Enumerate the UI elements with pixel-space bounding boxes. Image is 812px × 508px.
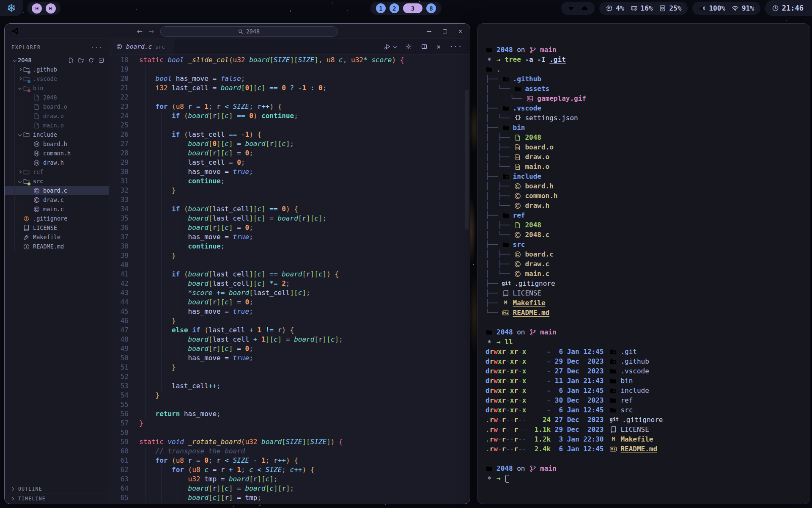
skip-previous-button[interactable] [32, 3, 42, 14]
ll-row[interactable]: .rw-r--r--2.4k6 Jan 12:45README.md [486, 444, 810, 454]
explorer-root-item[interactable]: 2048 [5, 55, 109, 65]
code-line-34[interactable]: 34 if (board[last_cell][c] == 0) { [109, 204, 470, 214]
minimize-button[interactable] [427, 31, 431, 32]
code-line-18[interactable]: 18static bool _slide_col(u32 board[SIZE]… [109, 55, 470, 65]
run-icon[interactable] [384, 43, 391, 50]
explorer-item-.gitignore[interactable]: .gitignore [5, 214, 109, 223]
command-center-search[interactable]: 2048 [160, 26, 337, 37]
chevron-down-icon[interactable] [11, 59, 18, 61]
code-line-23[interactable]: 23 for (u8 r = 1; r < SIZE; r++) { [109, 102, 470, 111]
code-line-24[interactable]: 24 if (board[r][c] == 0) continue; [109, 111, 470, 121]
tree-row[interactable]: └── README.md [486, 308, 810, 318]
chevron-right-icon[interactable] [16, 68, 23, 71]
audio-network-widget[interactable]: 100% 91% [692, 2, 760, 15]
explorer-item-bin[interactable]: bin [5, 83, 109, 93]
system-stats-widget[interactable]: 4% 16% 25% [599, 2, 688, 15]
code-line-28[interactable]: 28 board[r][c] = 0; [109, 149, 470, 158]
code-line-45[interactable]: 45 has_move = true; [109, 307, 470, 316]
explorer-item-README.md[interactable]: README.md [5, 242, 109, 251]
code-line-61[interactable]: 61 for (u8 r = 0; r < SIZE - 1; r++) { [109, 456, 470, 465]
ll-row[interactable]: .rw-r--r--1.2k3 Jan 22:30MMakefile [486, 434, 810, 444]
code-line-40[interactable]: 40 [109, 260, 470, 270]
code-line-59[interactable]: 59static void _rotate_board(u32 board[SI… [109, 437, 470, 447]
explorer-menu-button[interactable]: ··· [91, 44, 103, 55]
explorer-item-board.h[interactable]: board.h [5, 139, 109, 149]
split-editor-icon[interactable] [421, 43, 428, 50]
code-line-53[interactable]: 53 last_cell++; [109, 381, 470, 391]
explorer-item-board.o[interactable]: board.o [5, 102, 109, 111]
code-line-56[interactable]: 56 return has_move; [109, 409, 470, 419]
workspace-1[interactable]: 1 [376, 3, 386, 13]
chevron-right-icon[interactable] [16, 171, 23, 173]
code-line-22[interactable]: 22 [109, 93, 470, 102]
code-line-55[interactable]: 55 [109, 400, 470, 409]
timeline-panel[interactable]: TIMELINE [5, 494, 109, 503]
explorer-item-include[interactable]: include [5, 130, 109, 139]
code-line-35[interactable]: 35 board[last_cell][c] = board[r][c]; [109, 214, 470, 223]
chevron-down-icon[interactable] [16, 133, 23, 136]
code-line-63[interactable]: 63 u32 tmp = board[r][c]; [109, 475, 470, 484]
explorer-item-draw.h[interactable]: draw.h [5, 158, 109, 167]
code-line-52[interactable]: 52 [109, 372, 470, 381]
code-line-39[interactable]: 39 } [109, 251, 470, 260]
explorer-item-src[interactable]: src [5, 177, 109, 186]
maximize-button[interactable] [443, 29, 447, 33]
gear-icon[interactable] [405, 43, 412, 50]
skip-next-button[interactable] [46, 3, 56, 14]
code-area[interactable]: 18static bool _slide_col(u32 board[SIZE]… [109, 55, 470, 502]
code-line-51[interactable]: 51 } [109, 363, 470, 372]
refresh-icon[interactable] [88, 57, 94, 64]
code-line-38[interactable]: 38 continue; [109, 242, 470, 251]
new-folder-icon[interactable] [78, 57, 84, 64]
workspace-2[interactable]: 2 [390, 3, 399, 13]
code-line-57[interactable]: 57} [109, 419, 470, 428]
code-line-42[interactable]: 42 board[last_cell][c] *= 2; [109, 279, 470, 288]
code-line-62[interactable]: 62 for (u8 c = r + 1; c < SIZE; c++) { [109, 465, 470, 475]
explorer-item-main.o[interactable]: main.o [5, 121, 109, 130]
explorer-item-.github[interactable]: .github [5, 65, 109, 74]
code-line-58[interactable]: 58 [109, 428, 470, 437]
code-line-31[interactable]: 31 continue; [109, 177, 470, 186]
code-line-27[interactable]: 27 board[0][c] = board[r][c]; [109, 139, 470, 149]
close-editor-icon[interactable]: × [436, 43, 441, 51]
code-line-30[interactable]: 30 has_move = true; [109, 167, 470, 177]
code-line-64[interactable]: 64 board[r][c] = board[c][r]; [109, 484, 470, 493]
explorer-item-draw.c[interactable]: draw.c [5, 195, 109, 204]
workspace-8[interactable]: 8 [426, 3, 436, 13]
outline-panel[interactable]: OUTLINE [5, 484, 109, 494]
code-line-48[interactable]: 48 board[last_cell + 1][c] = board[r][c]… [109, 335, 470, 344]
code-line-54[interactable]: 54 } [109, 391, 470, 400]
explorer-item-common.h[interactable]: common.h [5, 149, 109, 158]
chevron-down-icon[interactable] [16, 87, 23, 89]
code-line-25[interactable]: 25 [109, 121, 470, 130]
code-line-26[interactable]: 26 if (last_cell == -1) { [109, 130, 470, 139]
code-line-21[interactable]: 21 i32 last_cell = board[0][c] == 0 ? -1… [109, 83, 470, 93]
explorer-item-board.c[interactable]: board.c [5, 186, 109, 195]
explorer-item-2048[interactable]: 2048 [5, 93, 109, 102]
code-line-44[interactable]: 44 board[r][c] = 0; [109, 298, 470, 307]
code-line-43[interactable]: 43 *score += board[last_cell][c]; [109, 288, 470, 298]
code-line-33[interactable]: 33 [109, 195, 470, 204]
more-actions-icon[interactable]: ··· [450, 43, 462, 50]
code-line-60[interactable]: 60 // transpose the board [109, 447, 470, 456]
run-dropdown-chevron-icon[interactable] [393, 45, 397, 48]
chevron-down-icon[interactable] [16, 180, 23, 182]
explorer-item-.vscode[interactable]: .vscode [5, 74, 109, 83]
code-line-49[interactable]: 49 board[r][c] = 0; [109, 344, 470, 353]
explorer-item-ref[interactable]: ref [5, 167, 109, 177]
explorer-item-LICENSE[interactable]: LICENSE [5, 223, 109, 232]
explorer-item-draw.o[interactable]: draw.o [5, 111, 109, 121]
collapse-all-icon[interactable] [98, 57, 104, 64]
code-line-36[interactable]: 36 board[r][c] = 0; [109, 223, 470, 232]
terminal-content[interactable]: 2048 on main❄→ tree -a -I .git.├── .gith… [477, 24, 810, 483]
terminal-command[interactable]: ❄→ [486, 473, 810, 483]
tree-row[interactable]: ├── MMakefile [486, 298, 810, 308]
new-file-icon[interactable] [68, 57, 74, 64]
code-line-65[interactable]: 65 board[c][r] = tmp; [109, 493, 470, 502]
history-back-button[interactable]: ← [137, 28, 143, 36]
history-forward-button[interactable]: → [148, 28, 154, 36]
code-line-46[interactable]: 46 } [109, 316, 470, 326]
code-line-29[interactable]: 29 last_cell = 0; [109, 158, 470, 167]
terminal-command[interactable]: ❄→ ll [486, 337, 810, 347]
code-line-41[interactable]: 41 if (board[last_cell][c] == board[r][c… [109, 270, 470, 279]
